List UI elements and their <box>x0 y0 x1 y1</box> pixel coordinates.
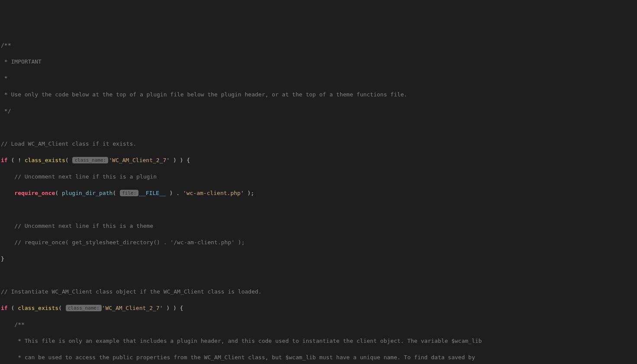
code-line: // Uncomment next line if this is a plug… <box>1 172 636 181</box>
code-line: /** <box>1 320 636 329</box>
constant: __FILE__ <box>139 190 166 196</box>
code-editor[interactable]: /** * IMPORTANT * * Use only the code be… <box>0 33 637 364</box>
code-line: */ <box>1 107 636 115</box>
code-line <box>1 271 636 279</box>
keyword-require: require_once <box>14 190 55 196</box>
operator: ( ! <box>8 157 25 163</box>
code-line <box>1 205 636 214</box>
code-line: if ( class_exists( class_name:'WC_AM_Cli… <box>1 304 636 312</box>
code-line: // Instantiate WC_AM_Client class object… <box>1 287 636 296</box>
code-line: } <box>1 255 636 263</box>
function-call: class_exists <box>18 305 58 311</box>
string-literal: 'WC_AM_Client_2_7' <box>109 157 170 163</box>
code-line: // Load WC_AM_Client class if it exists. <box>1 140 636 148</box>
keyword-if: if <box>1 157 8 163</box>
paren: ) . <box>166 190 183 196</box>
code-line: require_once( plugin_dir_path( file:__FI… <box>1 189 636 197</box>
param-hint: class_name: <box>66 305 102 311</box>
code-line <box>1 123 636 131</box>
keyword-if: if <box>1 305 8 311</box>
string-literal: 'WC_AM_Client_2_7' <box>102 305 163 311</box>
code-line: if ( ! class_exists( class_name:'WC_AM_C… <box>1 156 636 164</box>
paren: ) ) { <box>163 305 183 311</box>
paren: ( <box>58 305 65 311</box>
code-line: // Uncomment next line if this is a them… <box>1 222 636 230</box>
code-line: * IMPORTANT <box>1 57 636 66</box>
string-literal: 'wc-am-client.php' <box>183 190 244 196</box>
paren: ) ) { <box>170 157 190 163</box>
paren: ( <box>55 190 62 196</box>
code-line: // require_once( get_stylesheet_director… <box>1 238 636 246</box>
code-line: * Use only the code below at the top of … <box>1 90 636 99</box>
paren: ); <box>244 190 254 196</box>
code-line: /** <box>1 41 636 49</box>
code-line: * <box>1 74 636 82</box>
function-call: plugin_dir_path <box>62 190 113 196</box>
paren: ( <box>65 157 72 163</box>
indent <box>1 190 14 196</box>
paren: ( <box>113 190 119 196</box>
function-call: class_exists <box>25 157 65 163</box>
param-hint: file: <box>120 190 138 196</box>
code-line: * This file is only an example that incl… <box>1 337 636 345</box>
code-line: * can be used to access the public prope… <box>1 353 636 361</box>
operator: ( <box>8 305 18 311</box>
param-hint: class_name: <box>72 157 108 163</box>
